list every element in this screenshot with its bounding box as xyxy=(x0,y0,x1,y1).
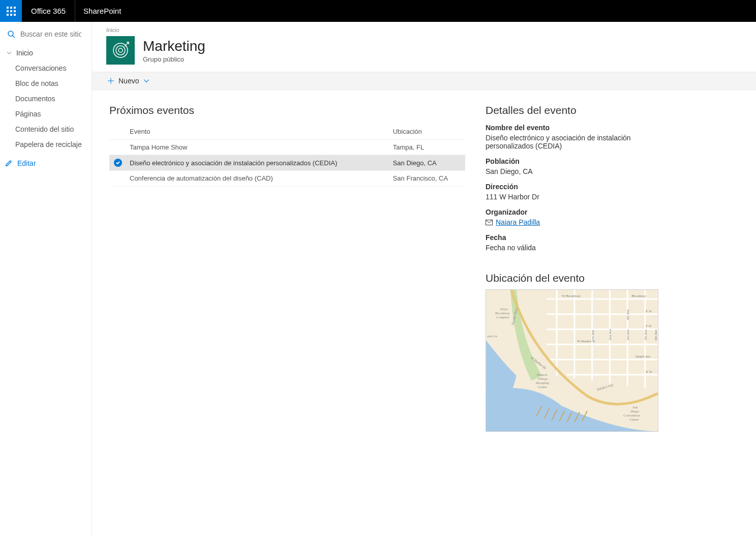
search-icon xyxy=(7,30,15,38)
detail-city-label: Población xyxy=(486,157,658,165)
nav-item-label: Inicio xyxy=(16,49,33,57)
site-header: Marketing Grupo público xyxy=(92,33,756,72)
nav-item-label: Páginas xyxy=(15,110,41,118)
site-logo[interactable] xyxy=(106,36,135,65)
top-bar: Office 365 SharePoint xyxy=(0,0,756,22)
svg-point-9 xyxy=(8,31,13,36)
nav-item-label: Documentos xyxy=(15,95,55,103)
command-bar: Nuevo xyxy=(92,72,756,90)
svg-rect-7 xyxy=(10,14,12,16)
breadcrumb[interactable]: Inicio xyxy=(92,22,756,33)
cell-event: Tampa Home Show xyxy=(127,140,390,155)
svg-text:2nd Ave: 2nd Ave xyxy=(608,329,612,340)
svg-text:6th Ave: 6th Ave xyxy=(654,330,658,340)
search-input[interactable] xyxy=(20,30,81,38)
svg-rect-4 xyxy=(10,10,12,12)
svg-text:una Ln: una Ln xyxy=(487,334,497,338)
detail-city-value: San Diego, CA xyxy=(486,167,658,175)
target-icon xyxy=(111,41,130,60)
nav-item-label: Conversaciones xyxy=(15,64,66,72)
site-title: Marketing xyxy=(143,38,205,54)
svg-line-14 xyxy=(125,42,129,46)
detail-name-label: Nombre del evento xyxy=(486,124,658,132)
nav-item-contenido[interactable]: Contenido del sitio xyxy=(0,122,92,137)
svg-text:Broadway: Broadway xyxy=(631,294,646,298)
events-table: Evento Ubicación Tampa Home Show Tampa, … xyxy=(109,124,465,186)
svg-text:3rd Ave: 3rd Ave xyxy=(626,330,630,341)
nav-item-documentos[interactable]: Documentos xyxy=(0,91,92,106)
svg-rect-2 xyxy=(14,7,16,9)
map-widget[interactable]: W Broadway Broadway E St F St W Market S… xyxy=(486,289,658,432)
new-button-label: Nuevo xyxy=(118,77,139,85)
col-event[interactable]: Evento xyxy=(127,124,390,140)
nav-item-bloc[interactable]: Bloc de notas xyxy=(0,76,92,91)
table-row[interactable]: Diseño electrónico y asociación de insta… xyxy=(109,155,465,171)
detail-address-value: 111 W Harbor Dr xyxy=(486,193,658,201)
nav-item-inicio[interactable]: Inicio xyxy=(0,45,92,61)
detail-date-label: Fecha xyxy=(486,233,658,242)
svg-text:4th Ave: 4th Ave xyxy=(626,309,630,320)
col-select xyxy=(109,124,127,140)
details-section-title: Detalles del evento xyxy=(486,104,658,116)
detail-address-label: Dirección xyxy=(486,183,658,191)
svg-rect-3 xyxy=(7,10,9,12)
cell-event: Conferencia de automatización del diseño… xyxy=(127,171,390,186)
search-box[interactable] xyxy=(0,26,92,43)
app-launcher[interactable] xyxy=(0,0,22,22)
detail-date-value: Fecha no válida xyxy=(486,244,658,252)
svg-text:K St: K St xyxy=(646,370,652,374)
nav-item-label: Bloc de notas xyxy=(15,79,58,87)
svg-rect-6 xyxy=(7,14,9,16)
svg-text:W Broadway: W Broadway xyxy=(562,294,581,298)
svg-text:1st Ave: 1st Ave xyxy=(591,330,595,341)
cell-location: San Diego, CA xyxy=(390,155,465,171)
waffle-icon xyxy=(7,7,16,16)
cell-event: Diseño electrónico y asociación de insta… xyxy=(127,155,390,171)
svg-text:F St: F St xyxy=(646,324,651,328)
pencil-icon xyxy=(5,160,12,167)
nav-item-label: Papelera de reciclaje xyxy=(15,140,82,148)
svg-text:Island Ave: Island Ave xyxy=(636,354,650,359)
table-row[interactable]: Conferencia de automatización del diseño… xyxy=(109,171,465,186)
main-content: Inicio Marketing Grupo público Nuevo Pró… xyxy=(92,22,756,535)
mail-icon xyxy=(486,220,493,225)
edit-nav-button[interactable]: Editar xyxy=(0,154,92,172)
nav-item-papelera[interactable]: Papelera de reciclaje xyxy=(0,137,92,152)
nav-list: Inicio Conversaciones Bloc de notas Docu… xyxy=(0,43,92,154)
chevron-down-icon xyxy=(6,50,12,56)
nav-item-paginas[interactable]: Páginas xyxy=(0,106,92,122)
plus-icon xyxy=(107,77,114,84)
cell-location: Tampa, FL xyxy=(390,140,465,155)
nav-item-conversaciones[interactable]: Conversaciones xyxy=(0,61,92,76)
svg-rect-5 xyxy=(14,10,16,12)
svg-text:5th Ave: 5th Ave xyxy=(644,330,648,340)
events-section-title: Próximos eventos xyxy=(109,104,465,116)
svg-point-12 xyxy=(116,46,125,55)
row-checkbox[interactable] xyxy=(109,155,127,171)
svg-point-13 xyxy=(118,48,123,52)
detail-name-value: Diseño electrónico y asociación de insta… xyxy=(486,134,658,150)
site-subtitle: Grupo público xyxy=(143,55,205,63)
svg-text:E St: E St xyxy=(646,309,652,313)
app-label[interactable]: SharePoint xyxy=(75,0,129,22)
nav-item-label: Contenido del sitio xyxy=(15,125,74,133)
svg-rect-0 xyxy=(7,7,9,9)
svg-line-10 xyxy=(13,36,15,38)
organizer-link[interactable]: Naiara Padilla xyxy=(496,218,540,226)
check-icon xyxy=(114,159,122,167)
detail-organizer-label: Organizador xyxy=(486,208,658,216)
row-checkbox[interactable] xyxy=(109,171,127,186)
left-nav: Inicio Conversaciones Bloc de notas Docu… xyxy=(0,22,92,535)
col-location[interactable]: Ubicación xyxy=(390,124,465,140)
map-section-title: Ubicación del evento xyxy=(486,272,658,284)
cell-location: San Francisco, CA xyxy=(390,171,465,186)
map-icon: W Broadway Broadway E St F St W Market S… xyxy=(486,290,658,431)
svg-rect-8 xyxy=(14,14,16,16)
svg-rect-1 xyxy=(10,7,12,9)
row-checkbox[interactable] xyxy=(109,140,127,155)
table-row[interactable]: Tampa Home Show Tampa, FL xyxy=(109,140,465,155)
chevron-down-icon xyxy=(143,77,150,84)
new-button[interactable]: Nuevo xyxy=(103,77,154,85)
edit-nav-label: Editar xyxy=(17,159,36,167)
brand-label[interactable]: Office 365 xyxy=(22,0,75,22)
